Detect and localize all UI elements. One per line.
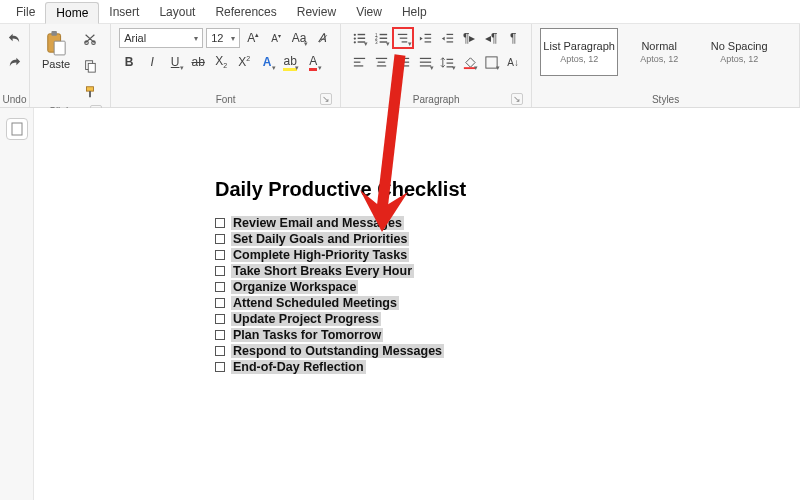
highlight-button[interactable]: ab▾ [280,52,300,72]
checkbox-icon[interactable] [215,218,225,228]
menu-home[interactable]: Home [45,2,99,24]
align-right-button[interactable] [393,52,413,72]
checkbox-icon[interactable] [215,282,225,292]
font-color-button[interactable]: A▾ [303,52,323,72]
scissors-icon [83,33,97,47]
underline-button[interactable]: U▾ [165,52,185,72]
style-card-normal[interactable]: NormalAptos, 12 [620,28,698,76]
align-center-button[interactable] [371,52,391,72]
font-name-combo[interactable]: Arial▾ [119,28,203,48]
menu-layout[interactable]: Layout [149,2,205,22]
checklist-item-text[interactable]: Organize Workspace [231,280,358,294]
document-canvas[interactable]: Daily Productive Checklist Review Email … [34,108,800,500]
svg-rect-19 [398,33,407,34]
font-size-combo[interactable]: 12▾ [206,28,240,48]
checkbox-icon[interactable] [215,314,225,324]
strike-button[interactable]: ab [188,52,208,72]
checkbox-icon[interactable] [215,362,225,372]
checklist-item-text[interactable]: Attend Scheduled Meetings [231,296,399,310]
menu-insert[interactable]: Insert [99,2,149,22]
checklist[interactable]: Review Email and MessagesSet Daily Goals… [215,215,637,375]
align-left-button[interactable] [349,52,369,72]
checklist-item-text[interactable]: Plan Tasks for Tomorrow [231,328,383,342]
svg-rect-1 [51,31,57,36]
numbering-button[interactable]: 123▾ [371,28,391,48]
increase-indent-button[interactable] [437,28,457,48]
svg-rect-28 [354,57,365,58]
style-card-name: No Spacing [711,40,768,52]
checklist-item[interactable]: Set Daily Goals and Priorities [215,231,637,247]
svg-rect-36 [399,65,408,66]
rtl-button[interactable]: ◂¶ [481,28,501,48]
sort-button[interactable]: A↓ [503,52,523,72]
ltr-button[interactable]: ¶▸ [459,28,479,48]
redo-button[interactable] [5,52,25,72]
shading-button[interactable]: ▾ [459,52,479,72]
checklist-item[interactable]: Respond to Outstanding Messages [215,343,637,359]
checklist-item-text[interactable]: Complete High-Priority Tasks [231,248,409,262]
checklist-item[interactable]: Plan Tasks for Tomorrow [215,327,637,343]
format-painter-button[interactable] [80,82,100,102]
line-spacing-button[interactable]: ▾ [437,52,457,72]
pilcrow-icon: ¶ [510,31,516,45]
checklist-item[interactable]: Review Email and Messages [215,215,637,231]
group-clipboard: Paste Clipboard↘ [30,24,111,107]
font-name-value: Arial [124,32,146,44]
ribbon: Undo Paste [0,24,800,108]
borders-button[interactable]: ▾ [481,52,501,72]
cut-button[interactable] [80,30,100,50]
decrease-indent-button[interactable] [415,28,435,48]
svg-rect-4 [88,63,95,72]
menu-review[interactable]: Review [287,2,346,22]
align-center-icon [374,55,389,70]
style-card-list-paragraph[interactable]: List ParagraphAptos, 12 [540,28,618,76]
undo-button[interactable] [5,28,25,48]
subscript-button[interactable]: X2 [211,52,231,72]
menu-view[interactable]: View [346,2,392,22]
superscript-button[interactable]: X2 [234,52,254,72]
checklist-item[interactable]: End-of-Day Reflection [215,359,637,375]
grow-font-button[interactable]: A▴ [243,28,263,48]
shrink-font-button[interactable]: A▾ [266,28,286,48]
style-card-no-spacing[interactable]: No SpacingAptos, 12 [700,28,778,76]
clear-format-button[interactable]: A̷ [312,28,332,48]
change-case-button[interactable]: Aa▾ [289,28,309,48]
checkbox-icon[interactable] [215,266,225,276]
paste-button[interactable]: Paste [38,28,74,72]
checkbox-icon[interactable] [215,346,225,356]
menu-file[interactable]: File [6,2,45,22]
italic-button[interactable]: I [142,52,162,72]
checklist-item-text[interactable]: Take Short Breaks Every Hour [231,264,414,278]
svg-rect-8 [357,33,365,34]
checklist-item-text[interactable]: End-of-Day Reflection [231,360,366,374]
checkbox-icon[interactable] [215,298,225,308]
checklist-item[interactable]: Complete High-Priority Tasks [215,247,637,263]
menu-help[interactable]: Help [392,2,437,22]
checklist-item[interactable]: Attend Scheduled Meetings [215,295,637,311]
copy-button[interactable] [80,56,100,76]
show-marks-button[interactable]: ¶ [503,28,523,48]
bullets-button[interactable]: ▾ [349,28,369,48]
checklist-item-text[interactable]: Respond to Outstanding Messages [231,344,444,358]
checklist-item[interactable]: Organize Workspace [215,279,637,295]
align-right-icon [396,55,411,70]
bold-button[interactable]: B [119,52,139,72]
text-effects-button[interactable]: A▾ [257,52,277,72]
checkbox-icon[interactable] [215,250,225,260]
checklist-item-text[interactable]: Set Daily Goals and Priorities [231,232,409,246]
checklist-item-text[interactable]: Update Project Progress [231,312,381,326]
multilevel-list-button[interactable]: ▾ [393,28,413,48]
checklist-item-text[interactable]: Review Email and Messages [231,216,404,230]
paragraph-launcher[interactable]: ↘ [511,93,523,105]
menu-references[interactable]: References [205,2,286,22]
document-title[interactable]: Daily Productive Checklist [215,178,637,201]
navigation-pane-button[interactable] [6,118,28,140]
checklist-item[interactable]: Take Short Breaks Every Hour [215,263,637,279]
justify-button[interactable]: ▾ [415,52,435,72]
group-undo-label: Undo [3,92,27,105]
checkbox-icon[interactable] [215,330,225,340]
checklist-item[interactable]: Update Project Progress [215,311,637,327]
svg-rect-32 [377,61,385,62]
font-launcher[interactable]: ↘ [320,93,332,105]
checkbox-icon[interactable] [215,234,225,244]
